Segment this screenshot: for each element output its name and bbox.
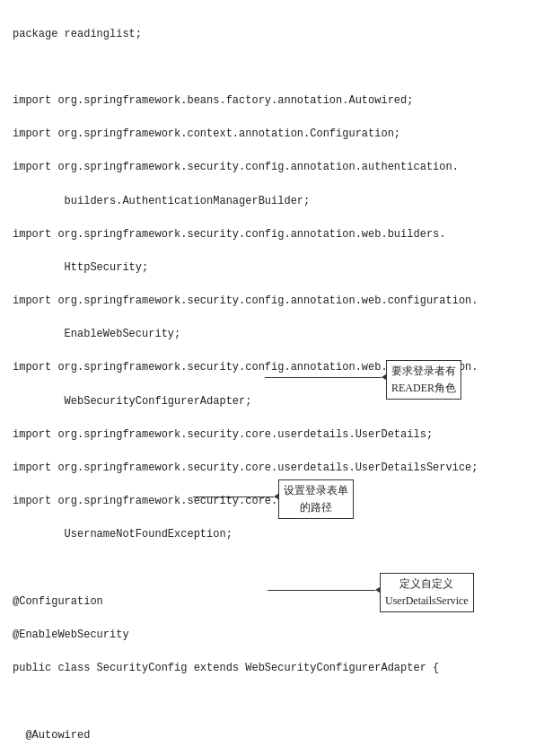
annotation-login-path: 设置登录表单 的路径	[193, 492, 281, 501]
code-line: import org.springframework.security.conf…	[13, 226, 531, 243]
code-line: @EnableWebSecurity	[13, 627, 531, 644]
code-line	[13, 693, 531, 710]
annotation-arrow-line	[268, 590, 375, 591]
code-line: import org.springframework.security.conf…	[13, 293, 531, 310]
annotation-userdetails: 定义自定义 UserDetailsService	[268, 585, 382, 594]
annotation-arrow-line	[193, 497, 274, 497]
annotation-reader-role: 要求登录者有 READER角色	[265, 373, 389, 382]
annotation-text: 要求登录者有 READER角色	[386, 360, 461, 400]
annotation-arrow-line	[265, 377, 382, 378]
code-line: public class SecurityConfig extends WebS…	[13, 660, 531, 677]
annotation-text: 定义自定义 UserDetailsService	[380, 573, 474, 612]
code-line: import org.springframework.beans.factory…	[13, 92, 531, 110]
code-line: import org.springframework.context.annot…	[13, 126, 531, 143]
code-line: package readinglist;	[13, 26, 531, 43]
code-line: @Autowired	[13, 727, 531, 744]
code-line: import org.springframework.security.core…	[13, 460, 531, 477]
code-line: import org.springframework.security.core…	[13, 426, 531, 444]
code-line: HttpSecurity;	[13, 259, 531, 277]
code-line: EnableWebSecurity;	[13, 326, 531, 343]
code-line: builders.AuthenticationManagerBuilder;	[13, 193, 531, 210]
code-line: UsernameNotFoundException;	[13, 526, 531, 543]
code-line	[13, 59, 531, 76]
code-line: import org.springframework.security.conf…	[13, 159, 531, 176]
annotation-text: 设置登录表单 的路径	[278, 479, 354, 519]
